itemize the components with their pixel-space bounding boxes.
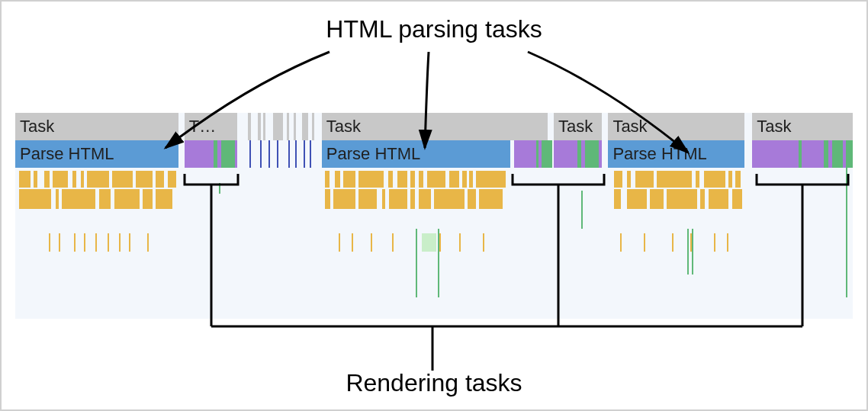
flame-chunk (335, 171, 340, 188)
task-block: Task (15, 113, 178, 140)
flame-chunk-light (422, 233, 437, 252)
flame-chunk (156, 189, 172, 209)
flame-chunk (325, 171, 329, 188)
parse-html-block: Parse HTML (15, 140, 178, 168)
flame-chunk (108, 233, 109, 252)
render-segment (221, 140, 235, 168)
flame-chunk (84, 233, 85, 252)
flame-chunk (735, 171, 741, 188)
task-gap-mark (312, 113, 314, 140)
event-marker-green (846, 168, 847, 297)
flame-chunk (34, 171, 37, 188)
render-segment (190, 140, 214, 168)
event-marker-green (687, 229, 689, 275)
flame-chunk (136, 171, 153, 188)
flame-chunk (325, 189, 330, 209)
render-segment (557, 140, 577, 168)
flame-chunk (644, 233, 645, 252)
flame-chunk (147, 233, 149, 252)
flame-chunk (696, 171, 699, 188)
flame-chunk (459, 233, 461, 252)
profiler-flame-chart: TaskT…TaskTaskTaskTask Parse HTMLParse H… (15, 113, 853, 319)
diagram-frame: HTML parsing tasks Rendering tasks TaskT… (0, 0, 868, 411)
render-segment (518, 140, 536, 168)
flame-chunk (627, 189, 647, 209)
task-gap-mark (263, 113, 265, 140)
task-gap-mark (273, 113, 283, 140)
flame-chunk (44, 171, 50, 188)
flame-chunk (397, 171, 407, 188)
flame-chunk (427, 171, 445, 188)
flame-chunk (635, 171, 654, 188)
render-segment (824, 140, 829, 168)
flame-chunk (333, 189, 355, 209)
flame-chunk (627, 171, 631, 188)
task-block: Task (608, 113, 744, 140)
flame-chunk (468, 189, 476, 209)
flame-chunk (667, 189, 697, 209)
flame-chunk (343, 171, 355, 188)
flame-chunk (704, 171, 726, 188)
flame-chunk (156, 171, 164, 188)
flame-chunk (388, 171, 394, 188)
event-marker-green (692, 229, 693, 275)
event-marker-green (581, 191, 583, 229)
flame-chunk (49, 233, 50, 252)
render-segment (235, 140, 237, 168)
flame-chunk (389, 189, 407, 209)
flame-chunk (168, 171, 176, 188)
flame-chunk (479, 189, 503, 209)
flame-chunk (143, 189, 153, 209)
flame-chunk (700, 189, 704, 209)
render-segment (599, 140, 601, 168)
task-block: T… (185, 113, 237, 140)
flame-chunk (449, 171, 459, 188)
event-marker (310, 140, 311, 168)
task-gap-mark (294, 113, 296, 140)
event-marker (288, 140, 290, 168)
flame-chunk (352, 233, 353, 252)
task-block: Task (322, 113, 548, 140)
flame-chunk (410, 171, 414, 188)
flame-chunk (709, 189, 728, 209)
flame-chunk (62, 189, 95, 209)
flame-chunk (95, 233, 97, 252)
task-track: TaskT…TaskTaskTaskTask (15, 113, 853, 140)
render-segment (185, 140, 191, 168)
flame-chunk (87, 171, 109, 188)
flame-chunk (74, 233, 76, 252)
flame-chunk (119, 233, 121, 252)
render-segment (805, 140, 823, 168)
flame-chunk (657, 171, 692, 188)
event-marker (304, 140, 305, 168)
flame-chunk (129, 233, 130, 252)
flame-chunk (483, 233, 484, 252)
parse-html-block: Parse HTML (322, 140, 510, 168)
flame-chunk (19, 171, 30, 188)
flame-chunk (434, 189, 465, 209)
event-marker-green (416, 229, 417, 297)
event-marker (260, 140, 262, 168)
flame-chunk (59, 233, 60, 252)
annotation-bottom-label: Rendering tasks (346, 369, 522, 397)
event-marker (295, 140, 297, 168)
task-gap-mark (302, 113, 309, 140)
flame-chunk (672, 233, 674, 252)
flame-chunk (476, 171, 506, 188)
flame-chunk (382, 189, 385, 209)
render-segment (542, 140, 552, 168)
event-marker-green (438, 229, 439, 297)
flame-chunk (81, 171, 84, 188)
render-segment (846, 140, 853, 168)
flame-chunk (614, 189, 621, 209)
parse-track: Parse HTMLParse HTMLParse HTML (15, 140, 853, 168)
flame-chunk (339, 233, 340, 252)
render-segment (832, 140, 843, 168)
event-marker (249, 140, 251, 168)
flame-chunk (410, 189, 414, 209)
render-segment (585, 140, 600, 168)
flame-chunk (620, 233, 622, 252)
flame-chunk (732, 189, 742, 209)
flame-chunk (19, 189, 51, 209)
flame-track (15, 168, 853, 319)
